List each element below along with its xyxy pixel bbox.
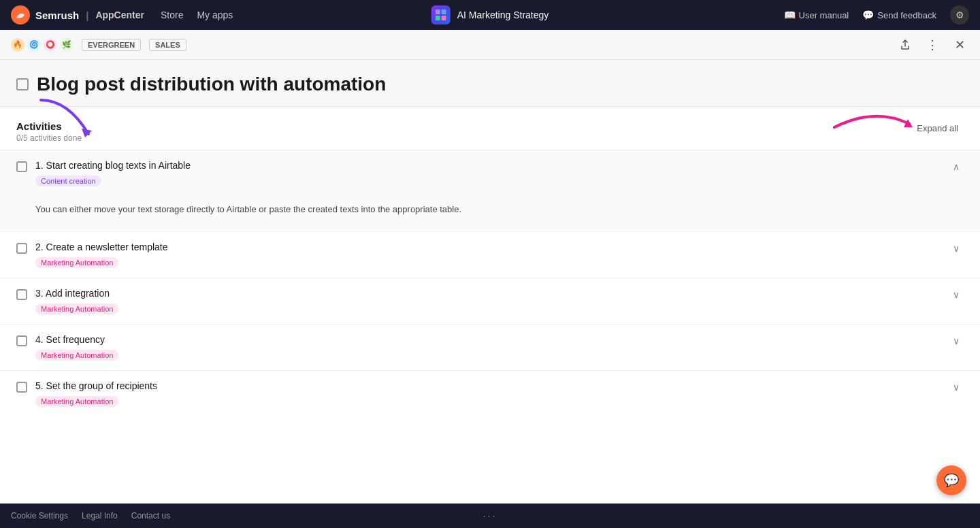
nav-links: Store My apps: [161, 10, 233, 20]
nav-center: AI Marketing Strategy: [431, 5, 549, 24]
more-options-btn[interactable]: ⋮: [923, 35, 942, 54]
main-content: Activities 0/5 activities done Expand al…: [0, 107, 980, 416]
activity-chevron-1[interactable]: ∧: [949, 160, 964, 174]
activity-item-4: 4. Set frequency Marketing Automation ∨: [0, 324, 980, 370]
activity-checkbox-5[interactable]: [16, 382, 27, 393]
send-feedback-label: Send feedback: [877, 10, 936, 20]
app-icon: [431, 5, 451, 24]
activity-row-4: 4. Set frequency Marketing Automation ∨: [16, 334, 964, 361]
nav-separator: |: [86, 10, 88, 21]
activity-tag-2: Marketing Automation: [35, 257, 118, 268]
badge-sales: SALES: [149, 39, 186, 51]
page-title-area: Blog post distribution with automation: [0, 60, 980, 107]
activity-title-3: 3. Add integration: [35, 288, 941, 299]
activity-row-2: 2. Create a newsletter template Marketin…: [16, 242, 964, 268]
activity-title-2: 2. Create a newsletter template: [35, 242, 941, 252]
activity-item-2: 2. Create a newsletter template Marketin…: [0, 231, 980, 278]
user-manual-label: User manual: [799, 10, 849, 20]
activity-tag-5: Marketing Automation: [35, 396, 118, 407]
activity-tag-1: Content creation: [35, 176, 101, 186]
svg-rect-1: [436, 10, 440, 14]
activity-title-4: 4. Set frequency: [35, 334, 941, 345]
page-checkbox[interactable]: [16, 78, 29, 90]
nav-right-actions: 📖 User manual 💬 Send feedback ⚙: [784, 5, 969, 24]
expand-all-label: Expand all: [917, 123, 958, 133]
app-title-nav: AI Marketing Strategy: [457, 10, 549, 20]
close-btn[interactable]: ✕: [950, 35, 969, 54]
activity-row-5: 5. Set the group of recipients Marketing…: [16, 380, 964, 407]
user-manual-btn[interactable]: 📖 User manual: [784, 10, 849, 20]
activity-content-5: 5. Set the group of recipients Marketing…: [35, 380, 941, 407]
my-apps-link[interactable]: My apps: [197, 10, 233, 20]
activities-list: 1. Start creating blog texts in Airtable…: [0, 150, 980, 416]
share-icon: [900, 39, 911, 50]
activities-header: Activities 0/5 activities done Expand al…: [0, 107, 980, 150]
activity-content-1: 1. Start creating blog texts in Airtable…: [35, 160, 941, 186]
close-icon: ✕: [955, 37, 965, 52]
app-icon-svg: [436, 10, 446, 20]
activity-content-2: 2. Create a newsletter template Marketin…: [35, 242, 941, 268]
activity-chevron-3[interactable]: ∨: [949, 288, 964, 301]
activity-content-4: 4. Set frequency Marketing Automation: [35, 334, 941, 361]
send-feedback-btn[interactable]: 💬 Send feedback: [862, 10, 936, 20]
activities-info: Activities 0/5 activities done: [16, 120, 82, 143]
feedback-icon: 💬: [862, 10, 874, 20]
icon-leaf: 🌿: [60, 38, 74, 52]
semrush-logo-icon: [11, 5, 30, 24]
svg-rect-4: [442, 16, 446, 20]
icon-flame: 🔥: [11, 38, 24, 52]
app-center-label: AppCenter: [95, 10, 144, 20]
activity-tag-4: Marketing Automation: [35, 350, 118, 361]
sub-header-actions: ⋮ ✕: [896, 35, 969, 54]
activity-checkbox-1[interactable]: [16, 161, 27, 172]
icon-spiral: 🌀: [27, 38, 41, 52]
activity-row-1: 1. Start creating blog texts in Airtable…: [16, 160, 964, 186]
activity-chevron-5[interactable]: ∨: [949, 380, 964, 394]
activity-row-3: 3. Add integration Marketing Automation …: [16, 288, 964, 314]
top-navigation: Semrush | AppCenter Store My apps AI Mar…: [0, 0, 980, 30]
store-link[interactable]: Store: [161, 10, 183, 20]
activities-title: Activities: [16, 120, 82, 132]
activity-item-1: 1. Start creating blog texts in Airtable…: [0, 150, 980, 231]
ellipsis-icon: ⋮: [926, 37, 939, 52]
settings-btn[interactable]: ⚙: [950, 5, 969, 24]
page-title-row: Blog post distribution with automation: [16, 73, 964, 95]
activity-description-1: You can either move your text storage di…: [16, 195, 964, 222]
share-btn[interactable]: [896, 35, 915, 54]
activity-title-1: 1. Start creating blog texts in Airtable: [35, 160, 941, 171]
tag-icons: 🔥 🌀 ⭕ 🌿: [11, 38, 74, 52]
badge-evergreen: EVERGREEN: [82, 39, 141, 51]
brand-logo[interactable]: Semrush | AppCenter: [11, 5, 144, 24]
expand-all-area: Expand all: [911, 120, 964, 136]
page-title: Blog post distribution with automation: [37, 73, 386, 95]
activity-checkbox-4[interactable]: [16, 335, 27, 346]
activity-chevron-4[interactable]: ∨: [949, 334, 964, 348]
book-icon: 📖: [784, 10, 796, 20]
icon-circle: ⭕: [44, 38, 57, 52]
activity-content-3: 3. Add integration Marketing Automation: [35, 288, 941, 314]
activity-checkbox-3[interactable]: [16, 289, 27, 300]
svg-rect-2: [442, 10, 446, 14]
expand-all-btn[interactable]: Expand all: [911, 120, 964, 136]
activities-count: 0/5 activities done: [16, 133, 82, 143]
activity-item-5: 5. Set the group of recipients Marketing…: [0, 370, 980, 416]
gear-icon: ⚙: [956, 10, 964, 20]
activity-chevron-2[interactable]: ∨: [949, 242, 964, 255]
activity-item-3: 3. Add integration Marketing Automation …: [0, 278, 980, 324]
activity-tag-3: Marketing Automation: [35, 303, 118, 314]
svg-marker-5: [82, 129, 92, 137]
activity-title-5: 5. Set the group of recipients: [35, 380, 941, 391]
activity-checkbox-2[interactable]: [16, 243, 27, 254]
brand-name: Semrush: [35, 10, 79, 21]
svg-rect-3: [436, 16, 440, 20]
sub-header: 🔥 🌀 ⭕ 🌿 EVERGREEN SALES ⋮ ✕: [0, 30, 980, 60]
